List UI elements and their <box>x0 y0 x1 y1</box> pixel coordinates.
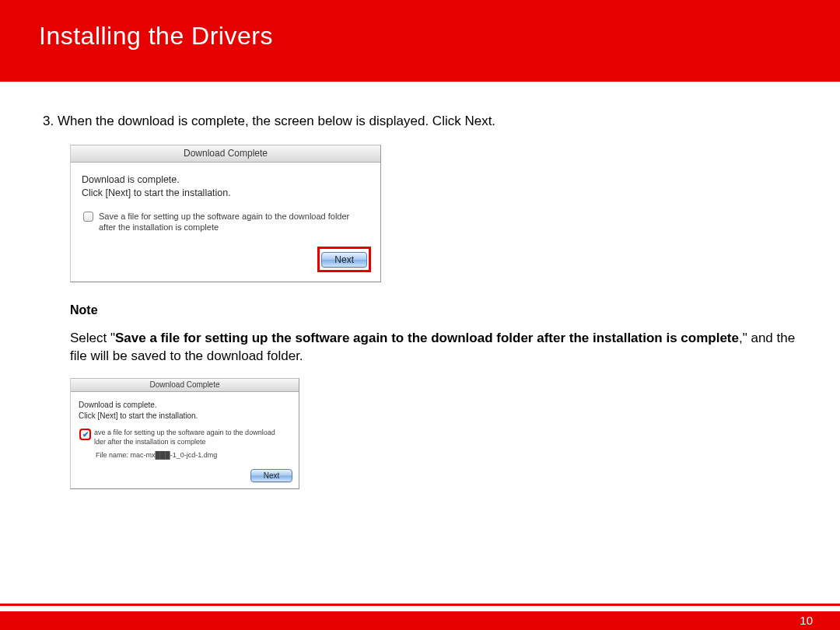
dialog1-line1: Download is complete. <box>82 173 369 187</box>
dialog-download-complete-2: Download Complete Download is complete. … <box>70 378 299 490</box>
page-title: Installing the Drivers <box>39 22 840 51</box>
chk-label-part-a: ave a file for setting up the software a… <box>94 429 275 436</box>
save-file-checkbox-label-2: ave a file for setting up the software a… <box>94 429 275 446</box>
save-file-checkbox-checked[interactable]: ✔ <box>80 429 90 439</box>
save-file-checkbox[interactable] <box>83 212 93 222</box>
footer-bar: 10 <box>0 607 840 630</box>
dialog-download-complete-1: Download Complete Download is complete. … <box>70 145 381 282</box>
step-number: 3. <box>43 114 54 128</box>
content-area: 3. When the download is complete, the sc… <box>0 82 840 489</box>
save-file-checkbox-label: Save a file for setting up the software … <box>99 211 368 233</box>
note-body: Select "Save a file for setting up the s… <box>70 330 797 366</box>
filename-row: File name: mac-mx███-1_0-jcd-1.dmg <box>96 450 291 460</box>
chk-label-part-b: lder after the installation is complete <box>94 438 206 446</box>
dialog2-line1: Download is complete. <box>79 400 291 411</box>
header-band: Installing the Drivers <box>0 0 840 82</box>
dialog2-line2: Click [Next] to start the installation. <box>79 411 291 422</box>
note-heading: Note <box>70 302 797 319</box>
step-text: 3. When the download is complete, the sc… <box>43 113 797 131</box>
next-button-2[interactable]: Next <box>250 469 292 483</box>
note-prefix: Select " <box>70 331 115 345</box>
note-bold: Save a file for setting up the software … <box>115 331 739 345</box>
step-body: When the download is complete, the scree… <box>58 114 495 128</box>
dialog1-titlebar: Download Complete <box>71 145 380 163</box>
next-button-highlight: Next <box>317 247 371 272</box>
note-block: Note Select "Save a file for setting up … <box>70 302 797 489</box>
dialog1-line2: Click [Next] to start the installation. <box>82 187 369 200</box>
page-number: 10 <box>800 614 813 627</box>
dialog2-titlebar: Download Complete <box>71 379 299 393</box>
next-button[interactable]: Next <box>321 252 367 268</box>
